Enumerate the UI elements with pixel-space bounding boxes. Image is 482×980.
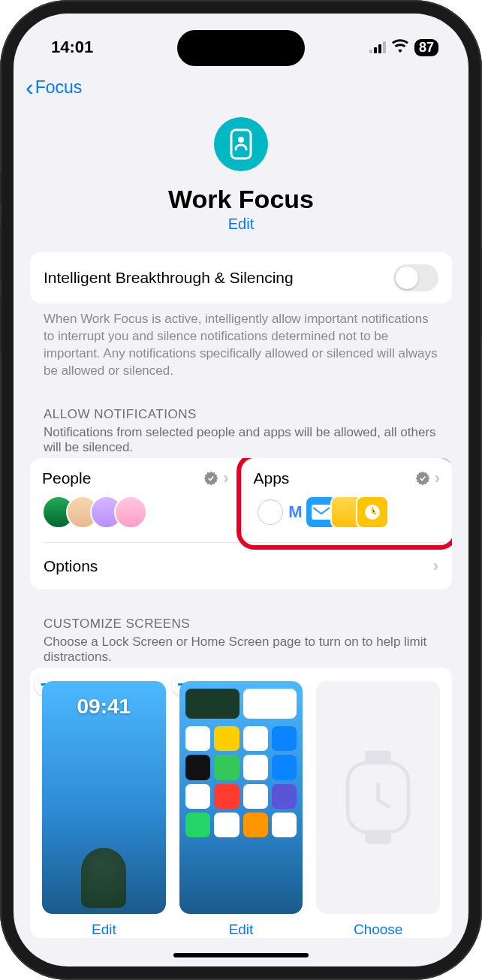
back-label: Focus	[35, 77, 83, 98]
chevron-right-icon: ›	[223, 469, 228, 488]
avatar	[114, 496, 147, 529]
home-indicator[interactable]	[173, 953, 309, 957]
home-screen-preview	[179, 681, 303, 915]
chevron-left-icon: ‹	[26, 75, 34, 99]
cellular-icon	[369, 41, 386, 53]
battery-indicator: 87	[414, 39, 438, 56]
customize-section-header: CUSTOMIZE SCREENS Choose a Lock Screen o…	[30, 590, 452, 668]
slot-edit-label[interactable]: Edit	[42, 914, 166, 938]
verified-icon	[415, 471, 430, 486]
intelligent-card: Intelligent Breakthrough & Silencing	[30, 252, 452, 303]
slot-edit-label[interactable]: Edit	[179, 914, 303, 938]
work-focus-icon	[214, 117, 268, 171]
options-label: Options	[44, 557, 98, 575]
allow-card: People ›	[30, 458, 452, 590]
dynamic-island	[177, 30, 305, 66]
silent-switch	[0, 173, 2, 203]
allow-section-header: ALLOW NOTIFICATIONS Notifications from s…	[30, 380, 452, 458]
slot-choose-label[interactable]: Choose	[316, 914, 440, 938]
volume-down-button	[0, 297, 2, 353]
apps-pane[interactable]: Apps › M	[241, 458, 453, 542]
edit-name-button[interactable]: Edit	[30, 216, 452, 233]
svg-rect-2	[312, 505, 331, 520]
focus-title: Work Focus	[30, 185, 452, 214]
wifi-icon	[392, 39, 408, 56]
nav-bar: ‹ Focus	[14, 66, 468, 108]
people-label: People	[42, 469, 91, 487]
intelligent-toggle[interactable]	[393, 264, 438, 291]
iphone-frame: 14:01 87 ‹ Focus Work Focus Edit	[0, 0, 482, 980]
intelligent-label: Intelligent Breakthrough & Silencing	[44, 269, 294, 287]
people-pane[interactable]: People ›	[30, 458, 241, 542]
svg-point-1	[238, 137, 244, 143]
lock-screen-preview: 09:41	[42, 681, 166, 915]
watch-outline-icon	[335, 716, 421, 879]
status-time: 14:01	[51, 38, 93, 57]
clock-icon	[356, 496, 389, 529]
chevron-right-icon: ›	[433, 556, 438, 576]
intelligent-footer: When Work Focus is active, intelligently…	[30, 303, 452, 380]
chevron-right-icon: ›	[435, 469, 440, 488]
svg-rect-6	[365, 832, 391, 844]
lock-screen-slot[interactable]: − 09:41 Edit	[42, 681, 166, 939]
svg-rect-5	[365, 751, 391, 763]
watch-face-slot[interactable]: Choose	[316, 681, 440, 939]
home-screen-slot[interactable]: − Edit	[179, 681, 303, 939]
screens-card: − 09:41 Edit −	[30, 668, 452, 939]
verified-icon	[203, 471, 218, 486]
apps-label: Apps	[254, 469, 290, 487]
focus-hero: Work Focus Edit	[30, 108, 452, 252]
options-row[interactable]: Options ›	[30, 543, 452, 590]
screen: 14:01 87 ‹ Focus Work Focus Edit	[14, 14, 468, 966]
people-avatars	[42, 496, 229, 529]
volume-up-button	[0, 225, 2, 282]
watch-face-preview	[316, 681, 440, 915]
back-button[interactable]: ‹ Focus	[26, 75, 82, 99]
apps-icons: M	[254, 496, 441, 529]
